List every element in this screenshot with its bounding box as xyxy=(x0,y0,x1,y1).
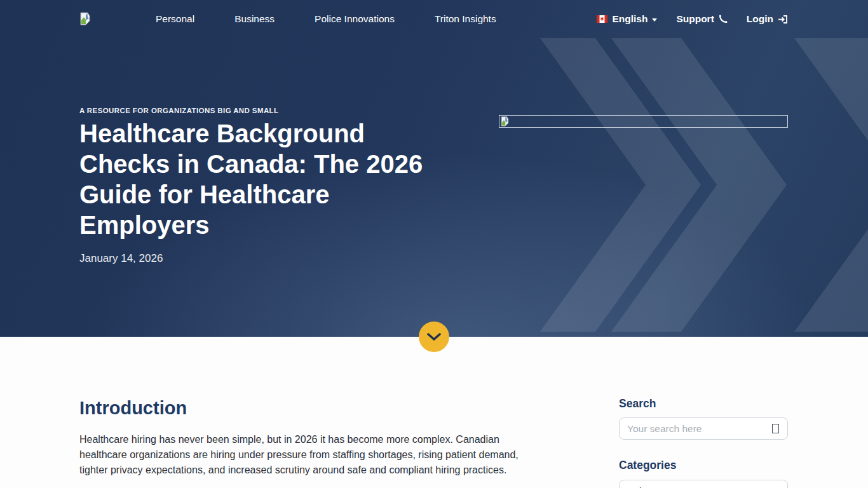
page-title: Healthcare Background Checks in Canada: … xyxy=(79,118,440,240)
login-link[interactable]: Login xyxy=(747,13,788,25)
categories-heading: Categories xyxy=(619,459,676,472)
phone-icon xyxy=(719,15,728,24)
article-date: January 14, 2026 xyxy=(79,252,163,265)
article-paragraph: Healthcare hiring has never been simple,… xyxy=(79,432,524,478)
search-input[interactable] xyxy=(620,423,772,435)
login-label: Login xyxy=(747,13,773,25)
featured-image-broken-image-icon xyxy=(499,115,788,128)
sign-in-icon xyxy=(778,15,788,24)
chevron-down-icon xyxy=(427,333,441,341)
search-heading: Search xyxy=(619,397,656,410)
support-label: Support xyxy=(676,13,714,25)
section-heading: Introduction xyxy=(79,398,187,419)
support-link[interactable]: Support xyxy=(676,13,727,25)
category-select[interactable]: Select Category xyxy=(619,480,788,488)
nav-item-triton-insights[interactable]: Triton Insights xyxy=(435,13,496,25)
search-box xyxy=(619,417,788,440)
language-label: English xyxy=(612,13,648,25)
scroll-down-button[interactable] xyxy=(419,322,449,352)
nav-menu: Personal Business Police Innovations Tri… xyxy=(156,0,496,38)
language-selector[interactable]: English xyxy=(597,13,657,25)
nav-item-police-innovations[interactable]: Police Innovations xyxy=(315,13,395,25)
nav-utility: English Support Login xyxy=(597,0,788,38)
chevron-down-icon xyxy=(652,18,657,22)
search-icon[interactable] xyxy=(772,424,779,433)
canada-flag-icon xyxy=(597,15,607,23)
hero-section: Personal Business Police Innovations Tri… xyxy=(0,0,868,337)
top-navigation: Personal Business Police Innovations Tri… xyxy=(0,0,868,38)
hero-eyebrow: A RESOURCE FOR ORGANIZATIONS BIG AND SMA… xyxy=(79,107,278,114)
nav-item-business[interactable]: Business xyxy=(234,13,275,25)
nav-item-personal[interactable]: Personal xyxy=(156,13,194,25)
site-logo-broken-image-icon[interactable] xyxy=(80,12,90,25)
